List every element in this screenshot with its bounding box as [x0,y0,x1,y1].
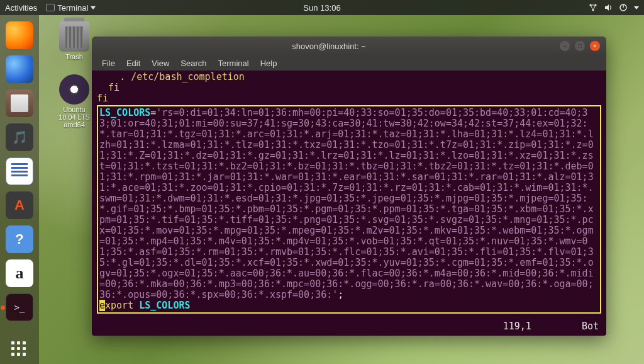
menu-search[interactable]: Search [175,57,211,69]
volume-icon [604,3,613,12]
window-close-button[interactable]: × [590,41,600,51]
dock-help[interactable] [6,225,33,253]
system-tray[interactable] [589,3,639,12]
terminal-window: shovon@linuxhint: ~ – □ × File Edit View… [92,37,606,336]
vim-cursor: e [99,300,105,311]
dock-terminal[interactable] [6,293,33,321]
vim-status-line: 119,1 Bot [92,319,606,336]
scroll-position: Bot [582,321,599,332]
power-icon [619,3,628,12]
dock [0,15,39,364]
window-minimize-button[interactable]: – [560,41,570,51]
terminal-icon [46,4,55,11]
menu-file[interactable]: File [97,57,120,69]
window-titlebar[interactable]: shovon@linuxhint: ~ – □ × [92,37,606,55]
app-menu[interactable]: Terminal [46,3,96,13]
app-menu-label: Terminal [57,3,88,13]
trash-icon [59,21,89,52]
clock[interactable]: Sun 13:06 [303,3,340,13]
window-title: shovon@linuxhint: ~ [98,42,560,51]
show-applications-button[interactable] [11,341,28,358]
terminal-menubar: File Edit View Search Terminal Help [92,55,606,71]
network-icon [589,3,597,12]
dock-thunderbird[interactable] [6,55,33,83]
dock-files[interactable] [6,89,33,117]
highlighted-block: LS_COLORS='rs=0:di=01;34:ln=01;36:mh=00:… [97,105,601,314]
menu-help[interactable]: Help [255,57,282,69]
dock-amazon[interactable] [6,259,33,287]
menu-edit[interactable]: Edit [121,57,145,69]
code-preblock: . /etc/bash_completion fi fi [97,72,601,104]
terminal-content[interactable]: . /etc/bash_completion fi fi LS_COLORS='… [92,71,606,319]
cursor-position: 119,1 [503,321,531,332]
menu-view[interactable]: View [147,57,174,69]
dock-rhythmbox[interactable] [6,123,33,151]
dock-libreoffice-writer[interactable] [6,157,33,185]
window-maximize-button[interactable]: □ [575,41,585,51]
dock-software[interactable] [6,191,33,219]
chevron-down-icon [634,6,639,9]
chevron-down-icon [91,6,96,9]
dock-firefox[interactable] [6,21,33,49]
dvd-icon [59,74,89,105]
running-indicator-icon [1,305,5,310]
activities-button[interactable]: Activities [5,3,37,13]
gnome-topbar: Activities Terminal Sun 13:06 [0,0,644,15]
menu-terminal[interactable]: Terminal [213,57,254,69]
